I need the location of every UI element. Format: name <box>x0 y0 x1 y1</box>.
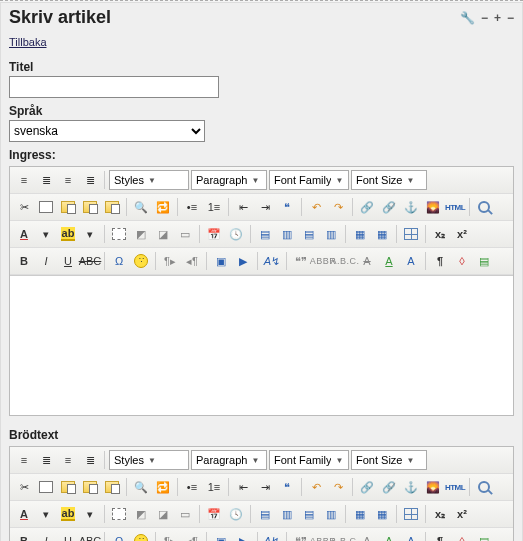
del-icon[interactable]: A <box>357 251 377 271</box>
redo-icon[interactable]: ↷ <box>328 477 348 497</box>
paste-word-icon[interactable] <box>102 477 122 497</box>
anchor-icon[interactable]: ⚓ <box>401 477 421 497</box>
html-icon[interactable]: HTML <box>445 197 465 217</box>
emoticon-icon[interactable]: ∵ <box>131 531 151 541</box>
rtl-icon[interactable]: ◂¶ <box>182 251 202 271</box>
delete-row-icon[interactable]: ▤ <box>299 504 319 524</box>
subscript-icon[interactable]: x₂ <box>430 224 450 244</box>
attribs-icon[interactable]: A <box>401 531 421 541</box>
blockquote-icon[interactable]: ❝ <box>277 477 297 497</box>
layer-backward-icon[interactable]: ◪ <box>153 504 173 524</box>
charmap-icon[interactable]: Ω <box>109 251 129 271</box>
superscript-icon[interactable]: x² <box>452 504 472 524</box>
subscript-icon[interactable]: x₂ <box>430 504 450 524</box>
paste-icon[interactable] <box>58 477 78 497</box>
cut-icon[interactable]: ✂ <box>14 197 34 217</box>
merge-cells-icon[interactable]: ▦ <box>350 504 370 524</box>
blockquote-icon[interactable]: ❝ <box>277 197 297 217</box>
bullet-list-icon[interactable]: •≡ <box>182 197 202 217</box>
styleprops-icon[interactable]: A↯ <box>262 251 282 271</box>
paragraph-dropdown[interactable]: Paragraph▼ <box>191 170 267 190</box>
font-size-dropdown[interactable]: Font Size▼ <box>351 170 427 190</box>
link-icon[interactable]: 🔗 <box>357 197 377 217</box>
forecolor-more-icon[interactable]: ▾ <box>36 504 56 524</box>
forecolor-more-icon[interactable]: ▾ <box>36 224 56 244</box>
redo-icon[interactable]: ↷ <box>328 197 348 217</box>
font-family-dropdown[interactable]: Font Family▼ <box>269 170 349 190</box>
layer-backward-icon[interactable]: ◪ <box>153 224 173 244</box>
font-size-dropdown[interactable]: Font Size▼ <box>351 450 427 470</box>
acronym-icon[interactable]: A.B.C. <box>335 531 355 541</box>
backcolor-icon[interactable]: ab <box>58 224 78 244</box>
number-list-icon[interactable]: 1≡ <box>204 477 224 497</box>
align-center-icon[interactable]: ≣ <box>36 450 56 470</box>
layer-forward-icon[interactable]: ◩ <box>131 224 151 244</box>
font-family-dropdown[interactable]: Font Family▼ <box>269 450 349 470</box>
insert-layer-icon[interactable] <box>109 224 129 244</box>
insert-layer-icon[interactable] <box>109 504 129 524</box>
unlink-icon[interactable]: 🔗̸ <box>379 477 399 497</box>
image-icon[interactable]: 🌄 <box>423 477 443 497</box>
title-input[interactable] <box>9 76 219 98</box>
visualchars-icon[interactable]: ¶ <box>430 531 450 541</box>
bold-icon[interactable]: B <box>14 531 34 541</box>
del-icon[interactable]: A <box>357 531 377 541</box>
backcolor-more-icon[interactable]: ▾ <box>80 504 100 524</box>
replace-icon[interactable]: 🔁 <box>153 197 173 217</box>
copy-icon[interactable] <box>36 477 56 497</box>
wrench-icon[interactable]: 🔧 <box>460 11 475 25</box>
table-icon[interactable] <box>401 504 421 524</box>
strike-icon[interactable]: ABC <box>80 251 100 271</box>
align-center-icon[interactable]: ≣ <box>36 170 56 190</box>
ins-icon[interactable]: A <box>379 531 399 541</box>
layer-abs-icon[interactable]: ▭ <box>175 504 195 524</box>
fullscreen-icon[interactable]: ▣ <box>211 531 231 541</box>
image-icon[interactable]: 🌄 <box>423 197 443 217</box>
cite-icon[interactable]: ❝❞ <box>291 251 311 271</box>
outdent-icon[interactable]: ⇤ <box>233 197 253 217</box>
paste-icon[interactable] <box>58 197 78 217</box>
split-cells-icon[interactable]: ▦ <box>372 224 392 244</box>
styles-dropdown[interactable]: Styles▼ <box>109 450 189 470</box>
template-icon[interactable]: ▤ <box>474 251 494 271</box>
align-right-icon[interactable]: ≡ <box>58 170 78 190</box>
superscript-icon[interactable]: x² <box>452 224 472 244</box>
charmap-icon[interactable]: Ω <box>109 531 129 541</box>
paste-text-icon[interactable] <box>80 197 100 217</box>
align-left-icon[interactable]: ≡ <box>14 450 34 470</box>
find-icon[interactable]: 🔍 <box>131 477 151 497</box>
delete-row-icon[interactable]: ▤ <box>299 224 319 244</box>
insert-row-icon[interactable]: ▤ <box>255 224 275 244</box>
visualchars-icon[interactable]: ¶ <box>430 251 450 271</box>
align-left-icon[interactable]: ≡ <box>14 170 34 190</box>
attribs-icon[interactable]: A <box>401 251 421 271</box>
minimize-icon[interactable]: − <box>481 11 488 25</box>
strike-icon[interactable]: ABC <box>80 531 100 541</box>
find-icon[interactable]: 🔍 <box>131 197 151 217</box>
paste-text-icon[interactable] <box>80 477 100 497</box>
html-icon[interactable]: HTML <box>445 477 465 497</box>
insert-row-icon[interactable]: ▤ <box>255 504 275 524</box>
unlink-icon[interactable]: 🔗̸ <box>379 197 399 217</box>
delete-col-icon[interactable]: ▥ <box>321 224 341 244</box>
rtl-icon[interactable]: ◂¶ <box>182 531 202 541</box>
template-icon[interactable]: ▤ <box>474 531 494 541</box>
media-icon[interactable]: ▶ <box>233 531 253 541</box>
ltr-icon[interactable]: ¶▸ <box>160 531 180 541</box>
forecolor-icon[interactable]: A <box>14 224 34 244</box>
bold-icon[interactable]: B <box>14 251 34 271</box>
insert-col-icon[interactable]: ▥ <box>277 504 297 524</box>
ltr-icon[interactable]: ¶▸ <box>160 251 180 271</box>
expand-icon[interactable]: + <box>494 11 501 25</box>
layer-forward-icon[interactable]: ◩ <box>131 504 151 524</box>
insert-date-icon[interactable]: 📅 <box>204 504 224 524</box>
nbsp-icon[interactable]: ◊ <box>452 251 472 271</box>
styles-dropdown[interactable]: Styles▼ <box>109 170 189 190</box>
layer-abs-icon[interactable]: ▭ <box>175 224 195 244</box>
copy-icon[interactable] <box>36 197 56 217</box>
styleprops-icon[interactable]: A↯ <box>262 531 282 541</box>
lang-select[interactable]: svenska <box>9 120 205 142</box>
emoticon-icon[interactable]: ∵ <box>131 251 151 271</box>
ins-icon[interactable]: A <box>379 251 399 271</box>
forecolor-icon[interactable]: A <box>14 504 34 524</box>
